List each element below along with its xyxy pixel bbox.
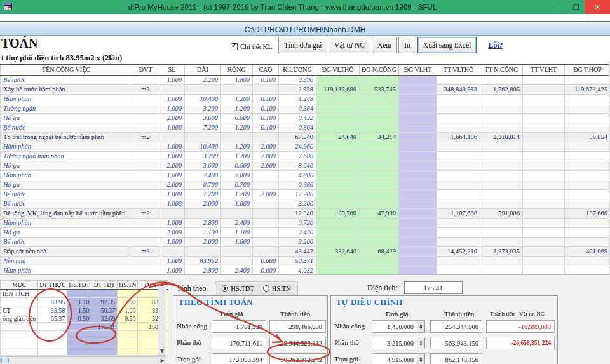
table-row[interactable]: Đắp cát nền nhàm343.447332,64068,42914,4… — [1, 246, 610, 256]
in-button[interactable]: In — [398, 37, 416, 53]
table-cell — [523, 132, 565, 142]
table-cell: Hố ga — [1, 113, 132, 123]
phan-tho-don-gia-input[interactable]: 3,215,000 — [372, 337, 417, 349]
column-header[interactable]: ĐG N.CÔNG — [360, 64, 399, 75]
nhan-cong-don-gia-input[interactable]: 1,450,000 — [372, 320, 417, 333]
table-cell — [399, 227, 437, 237]
row-label: Phần thô — [334, 339, 359, 346]
loi-link[interactable]: Lỗi? — [488, 41, 503, 50]
table-row[interactable]: Bể nước1.0002.0001.6003.200 — [1, 199, 610, 208]
area-table-row[interactable]: 83.951.1092.351.0083.95 — [1, 298, 168, 306]
scroll-down-icon[interactable]: ▼ — [159, 347, 165, 355]
xuat-sang-excel-button[interactable]: Xuất sang Excel — [417, 37, 477, 53]
table-row[interactable]: Xây bể nước hầm phânm32.928119,139,68053… — [1, 84, 610, 94]
table-cell — [399, 104, 437, 113]
table-cell: 2,310,814 — [480, 132, 523, 142]
column-header[interactable]: TT VLTHÔ — [437, 64, 480, 75]
table-row[interactable]: Hầm phân1.0002.8002.4006.720 — [1, 218, 610, 227]
table-row[interactable]: Nền nhà1.00083.9520.60050.371 — [1, 256, 610, 266]
area-column-header[interactable]: MỤC — [1, 281, 38, 290]
radio-hs-tn[interactable]: HS.TN — [263, 285, 291, 292]
area-table-row[interactable] — [1, 347, 168, 356]
area-table-row[interactable]: 175.41150.22 — [1, 323, 168, 331]
table-cell — [316, 94, 360, 104]
area-table-row[interactable] — [1, 331, 168, 339]
area-column-header[interactable]: HS.TN — [118, 281, 138, 290]
table-cell — [437, 180, 480, 189]
table-cell: 1.000 — [159, 256, 185, 266]
table-row[interactable]: Tường ngăn1.0003.2001.2000.1000.384 — [1, 104, 610, 113]
col-don-gia: Đơn giá — [220, 310, 243, 318]
tinh-don-gia-button[interactable]: Tính đơn giá — [278, 37, 327, 53]
column-header[interactable]: DÀI — [185, 64, 221, 75]
column-header[interactable]: ĐG VLHT — [399, 64, 437, 75]
table-row[interactable]: Hầm phân-1.0002.8002.4000.600-4.032 — [1, 266, 610, 275]
table-cell — [480, 266, 523, 275]
table-cell — [523, 170, 565, 180]
column-header[interactable]: CAO — [253, 64, 279, 75]
area-column-header[interactable]: DT TDT — [92, 281, 118, 290]
column-header[interactable]: ĐG T.HỢP — [565, 64, 610, 75]
table-row[interactable]: Hố ga2.0003.6000.6000.1000.432 — [1, 113, 610, 123]
area-table-row[interactable]: óng giàn bôn65.370.5032.690.5032.69 — [1, 314, 168, 323]
xem-button[interactable]: Xem — [372, 37, 397, 53]
radio-hs-tdt[interactable]: HS.TDT — [222, 285, 254, 292]
area-table-row[interactable] — [1, 339, 168, 347]
table-row[interactable]: Bể nước1.0002.0001.6003.200 — [1, 237, 610, 246]
table-cell — [253, 227, 279, 237]
column-header[interactable]: TT VLHT — [523, 64, 565, 75]
radio-unselected-icon[interactable] — [263, 285, 269, 292]
column-header[interactable]: ĐVT — [132, 64, 159, 75]
table-row[interactable]: Hố ga2.0001.1001.1002.420 — [1, 227, 610, 237]
column-header[interactable]: TT N.CÔNG — [480, 64, 523, 75]
table-row[interactable]: Bể nước1.0007.2001.2000.1000.864 — [1, 123, 610, 132]
area-table-hscrollbar[interactable]: ▶ — [0, 356, 166, 364]
table-row[interactable]: Hầm phân1.0002.4002.0004.800 — [1, 170, 610, 180]
table-cell — [565, 237, 610, 246]
scroll-up-icon[interactable]: ▲ — [159, 281, 165, 288]
table-row[interactable]: Hố ga2.0000.7000.7000.980 — [1, 180, 610, 189]
table-row[interactable]: Bể nước1.0007.2001.2002.00017.280 — [1, 189, 610, 199]
column-header[interactable]: K.LƯỢNG — [279, 64, 316, 75]
table-row[interactable]: Hầm phân1.00010.4001.2002.00024.960 — [1, 142, 610, 151]
tron-goi-don-gia-input[interactable]: 4,915,000 — [372, 353, 417, 364]
table-cell: 348,840,983 — [437, 84, 480, 94]
checkbox-checked-icon[interactable] — [231, 43, 238, 50]
area-table-cell: 92.35 — [92, 298, 118, 306]
close-button[interactable]: ✕ — [585, 0, 610, 14]
area-table-row[interactable]: CT33.581.5050.371.0033.58 — [1, 306, 168, 314]
table-cell: Tường ngăn hầm phân — [1, 151, 132, 161]
table-row[interactable]: Bê tông, VK, láng đan nắp bể nước hầm ph… — [1, 208, 610, 218]
area-table-cell — [67, 339, 92, 347]
minimize-button[interactable]: – — [552, 0, 568, 14]
hscroll-thumb[interactable] — [1, 358, 9, 363]
column-header[interactable]: TÊN CÔNG VIỆC — [1, 64, 132, 75]
column-header[interactable]: RỘNG — [221, 64, 253, 75]
area-table-vscrollbar[interactable]: ▲ ▼ — [158, 280, 166, 356]
table-cell: 1,107,638 — [437, 208, 480, 218]
chi-tiet-kl-checkbox[interactable]: Chi tiết KL — [231, 38, 272, 55]
vat-tu-nc-button[interactable]: Vật tư NC — [329, 37, 370, 53]
table-row[interactable]: Hầm phân1.00010.4001.2000.1001.248 — [1, 94, 610, 104]
table-cell: 2.800 — [185, 266, 221, 275]
nhan-cong-spinner[interactable]: ▲▼ — [417, 320, 425, 333]
table-row[interactable]: Tường ngăn hầm phân1.0003.2001.2002.0007… — [1, 151, 610, 161]
table-cell — [437, 123, 480, 132]
table-cell — [437, 199, 480, 208]
table-cell: 0.100 — [253, 94, 279, 104]
area-column-header[interactable]: DT THỰC — [38, 281, 67, 290]
table-cell: 1.200 — [221, 94, 253, 104]
table-row[interactable]: Hố ga2.0003.6000.6002.0008.640 — [1, 161, 610, 170]
radio-selected-icon[interactable] — [222, 285, 228, 292]
phan-tho-spinner[interactable]: ▲▼ — [417, 337, 425, 349]
column-header[interactable]: SL — [159, 64, 185, 75]
column-header[interactable]: ĐG VLTHÔ — [316, 64, 360, 75]
area-column-header[interactable]: HS.TDT — [67, 281, 92, 290]
scroll-right-icon[interactable]: ▶ — [159, 357, 166, 364]
table-row[interactable]: Bể nước1.0002.2001.8000.1000.396 — [1, 75, 610, 84]
tron-goi-spinner[interactable]: ▲▼ — [417, 353, 425, 364]
restore-button[interactable]: ❐ — [568, 0, 585, 14]
table-cell — [523, 104, 565, 113]
table-row[interactable]: Tô trát trong ngoài bể nước hầm phânm267… — [1, 132, 610, 142]
area-table-row[interactable]: IÊN TÍCH — [1, 290, 168, 298]
